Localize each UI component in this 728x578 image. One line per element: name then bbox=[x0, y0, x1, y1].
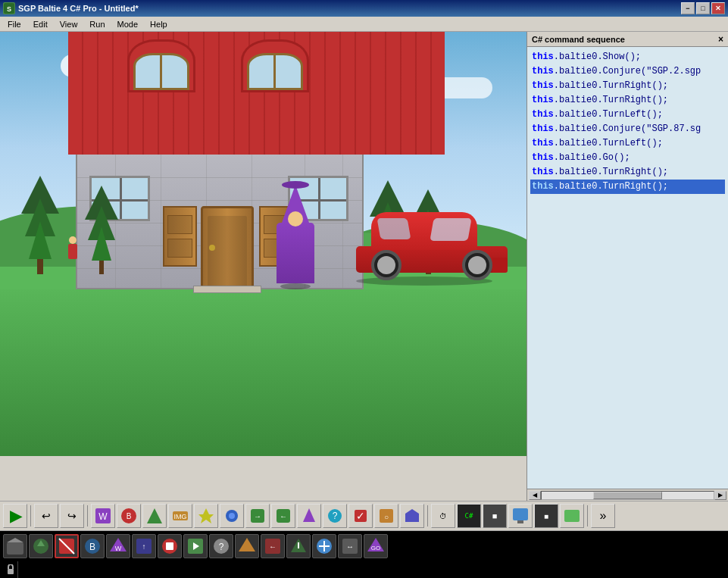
tool-btn-6[interactable] bbox=[220, 504, 244, 528]
code-panel-header: C# command sequence × bbox=[527, 32, 728, 47]
app-window: S SGP Baltie 4 C# Pro - Untitled* − □ ✕ … bbox=[0, 0, 728, 578]
tool-btn-4[interactable]: IMG bbox=[168, 504, 192, 528]
code-line-1[interactable]: this.baltie0.Show(); bbox=[530, 50, 725, 64]
svg-point-11 bbox=[229, 513, 235, 519]
code-line-6[interactable]: this.baltie0.Conjure("SGP.87.sg bbox=[530, 122, 725, 136]
menu-item-file[interactable]: File bbox=[2, 18, 27, 30]
svg-text:✓: ✓ bbox=[356, 510, 365, 522]
ground bbox=[0, 282, 526, 456]
code-line-9[interactable]: this.baltie0.TurnRight(); bbox=[530, 165, 725, 180]
code-line-5[interactable]: this.baltie0.TurnLeft(); bbox=[530, 108, 725, 122]
scene bbox=[0, 32, 526, 456]
tool-btn-8[interactable]: ← bbox=[271, 504, 295, 528]
redo-button[interactable]: ↪ bbox=[60, 504, 84, 528]
tool-btn-1[interactable]: W bbox=[91, 504, 115, 528]
code-line-2[interactable]: this.baltie0.Conjure("SGP.2.sgp bbox=[530, 64, 725, 79]
scroll-left-arrow[interactable]: ◀ bbox=[529, 491, 541, 500]
tool-btn-2[interactable]: B bbox=[117, 504, 141, 528]
svg-text:→: → bbox=[254, 512, 261, 520]
svg-text:←: ← bbox=[269, 542, 277, 551]
sprite-btn-14[interactable]: ↔ bbox=[338, 534, 362, 558]
svg-text:IMG: IMG bbox=[174, 513, 187, 520]
title-bar: S SGP Baltie 4 C# Pro - Untitled* − □ ✕ bbox=[0, 0, 728, 17]
svg-text:B: B bbox=[127, 512, 132, 520]
dormer-right bbox=[241, 39, 309, 92]
tool-btn-7[interactable]: → bbox=[245, 504, 270, 528]
svg-marker-6 bbox=[147, 508, 162, 523]
svg-rect-39 bbox=[166, 542, 173, 550]
wizard-character bbox=[277, 223, 314, 289]
sports-car bbox=[356, 212, 508, 286]
display-btn-1[interactable]: ⏱ bbox=[431, 504, 455, 528]
code-line-7[interactable]: this.baltie0.TurnLeft(); bbox=[530, 136, 725, 151]
sprite-btn-11[interactable]: ← bbox=[261, 534, 285, 558]
status-bar bbox=[0, 561, 728, 578]
viewport bbox=[0, 32, 526, 456]
svg-text:?: ? bbox=[333, 511, 338, 521]
minimize-button[interactable]: − bbox=[681, 2, 695, 14]
title-bar-left: S SGP Baltie 4 C# Pro - Untitled* bbox=[3, 2, 139, 14]
menu-bar: FileEditViewRunModeHelp bbox=[0, 17, 728, 32]
sprite-btn-3[interactable] bbox=[55, 534, 79, 558]
sprite-btn-13[interactable] bbox=[312, 534, 336, 558]
code-line-4[interactable]: this.baltie0.TurnRight(); bbox=[530, 93, 725, 108]
screen-btn-1[interactable]: C# bbox=[457, 504, 481, 528]
tool-btn-3[interactable] bbox=[142, 504, 167, 528]
more-button[interactable]: » bbox=[591, 504, 615, 528]
tool-btn-9[interactable] bbox=[297, 504, 321, 528]
close-button[interactable]: ✕ bbox=[711, 2, 725, 14]
code-content[interactable]: this.baltie0.Show();this.baltie0.Conjure… bbox=[527, 47, 728, 489]
sprite-btn-6[interactable]: ↑ bbox=[132, 534, 156, 558]
sprite-btn-5[interactable]: W bbox=[106, 534, 130, 558]
svg-rect-23 bbox=[513, 508, 528, 520]
sprite-btn-7[interactable] bbox=[158, 534, 182, 558]
sprite-btn-4[interactable]: B bbox=[80, 534, 105, 558]
svg-rect-26 bbox=[7, 542, 23, 555]
svg-text:GO: GO bbox=[371, 545, 380, 551]
sprite-btn-15[interactable]: GO bbox=[364, 534, 388, 558]
screen-btn-4[interactable]: ■ bbox=[534, 504, 558, 528]
svg-text:↑: ↑ bbox=[142, 542, 146, 551]
code-line-8[interactable]: this.baltie0.Go(); bbox=[530, 151, 725, 165]
tool-btn-5[interactable] bbox=[194, 504, 218, 528]
tool-btn-12[interactable]: ○ bbox=[374, 504, 398, 528]
code-line-3[interactable]: this.baltie0.TurnRight(); bbox=[530, 79, 725, 93]
sprite-btn-1[interactable] bbox=[3, 534, 27, 558]
menu-item-view[interactable]: View bbox=[54, 18, 84, 30]
toolbar-separator-4 bbox=[587, 505, 588, 526]
door-knob bbox=[209, 245, 215, 251]
menu-item-help[interactable]: Help bbox=[144, 18, 173, 30]
scroll-track[interactable] bbox=[541, 491, 714, 500]
screen-btn-3[interactable] bbox=[508, 504, 533, 528]
bottom-sprite-toolbar: B W ↑ ? ← ↔ GO bbox=[0, 531, 728, 561]
viewport-and-code: C# command sequence × this.baltie0.Show(… bbox=[0, 32, 728, 501]
menu-item-mode[interactable]: Mode bbox=[111, 18, 145, 30]
svg-marker-9 bbox=[198, 508, 214, 523]
sprite-btn-8[interactable] bbox=[183, 534, 208, 558]
maximize-button[interactable]: □ bbox=[696, 2, 710, 14]
menu-item-run[interactable]: Run bbox=[83, 18, 111, 30]
code-horizontal-scrollbar[interactable]: ◀ ▶ bbox=[527, 489, 728, 501]
scroll-right-arrow[interactable]: ▶ bbox=[714, 491, 726, 500]
sprite-btn-12[interactable] bbox=[286, 534, 311, 558]
menu-item-edit[interactable]: Edit bbox=[27, 18, 54, 30]
play-button[interactable]: ▶ bbox=[3, 504, 27, 528]
toolbar-separator-2 bbox=[87, 505, 88, 526]
lock-icon bbox=[3, 561, 18, 578]
scroll-thumb[interactable] bbox=[593, 492, 662, 499]
code-panel-close-button[interactable]: × bbox=[718, 34, 723, 45]
undo-button[interactable]: ↩ bbox=[34, 504, 58, 528]
tool-btn-10[interactable]: ? bbox=[323, 504, 347, 528]
code-line-10[interactable]: this.baltie0.TurnRight(); bbox=[530, 180, 725, 194]
sprite-btn-2[interactable] bbox=[29, 534, 53, 558]
tool-btn-11[interactable]: ✓ bbox=[348, 504, 373, 528]
svg-text:W: W bbox=[98, 511, 108, 522]
screen-btn-5[interactable] bbox=[560, 504, 584, 528]
main-toolbar: ▶ ↩ ↪ W B IMG → ← bbox=[0, 501, 728, 531]
dormer-left bbox=[127, 39, 195, 92]
sprite-btn-9[interactable]: ? bbox=[209, 534, 233, 558]
toolbar-separator-1 bbox=[30, 505, 31, 526]
screen-btn-2[interactable]: ■ bbox=[483, 504, 507, 528]
sprite-btn-10[interactable] bbox=[235, 534, 259, 558]
tool-btn-13[interactable] bbox=[400, 504, 424, 528]
